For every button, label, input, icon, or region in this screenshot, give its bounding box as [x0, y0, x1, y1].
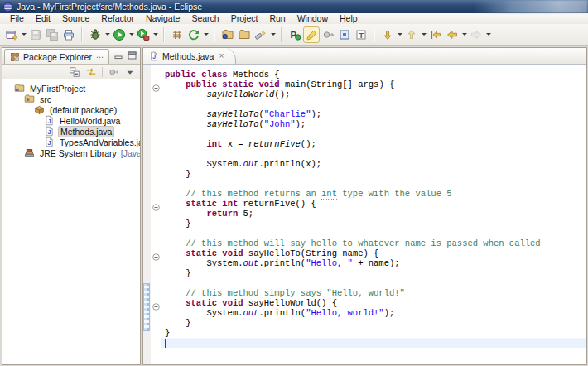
run-button[interactable] — [111, 26, 128, 43]
menu-search[interactable]: Search — [186, 13, 224, 24]
tree-item-default-package[interactable]: (default package) — [2, 104, 140, 115]
menu-navigate[interactable]: Navigate — [140, 13, 186, 24]
code-line — [161, 149, 586, 159]
tree-item-myfirstproject[interactable]: MyFirstProject — [2, 83, 140, 94]
tree-item-label: TypesAndVariables.java — [58, 137, 140, 147]
previous-annotation-dropdown[interactable] — [420, 26, 427, 43]
search-dropdown[interactable] — [269, 26, 277, 43]
collapse-all-button[interactable] — [67, 65, 82, 79]
fold-collapse-marker[interactable] — [152, 80, 160, 88]
next-annotation-button[interactable] — [379, 26, 396, 43]
editor-tab-methods-java[interactable]: J Methods.java × — [143, 48, 236, 64]
open-type-icon — [221, 28, 234, 41]
mark-occurrences-button[interactable] — [303, 26, 320, 43]
code-line: static void sayHelloWorld() { — [161, 298, 586, 308]
new-java-class-dropdown[interactable] — [202, 26, 210, 43]
menu-help[interactable]: Help — [334, 13, 364, 24]
show-selected-element-only-button[interactable]: T — [353, 26, 369, 43]
show-source-of-selected-element-button[interactable] — [336, 26, 353, 43]
tree-item-typesandvariables-java[interactable]: JTypesAndVariables.java — [2, 137, 140, 147]
run-dropdown[interactable] — [128, 26, 135, 43]
search-button[interactable] — [253, 26, 269, 43]
menu-source[interactable]: Source — [56, 13, 95, 24]
link-with-editor-button[interactable] — [84, 65, 99, 79]
focus-on-active-task-button[interactable] — [106, 65, 121, 79]
tree-item-methods-java[interactable]: JMethods.java — [2, 126, 140, 137]
open-type-button[interactable] — [219, 26, 236, 43]
minimize-view-button[interactable] — [113, 51, 124, 60]
new-wizard-button[interactable] — [3, 26, 20, 43]
view-menu-button[interactable] — [123, 65, 137, 79]
package-explorer-tab[interactable]: Package Explorer ⋯ — [4, 49, 109, 64]
package-explorer-title: Package Explorer — [23, 52, 92, 62]
run-icon — [113, 28, 126, 41]
menu-run[interactable]: Run — [263, 13, 291, 24]
menu-refactor[interactable]: Refactor — [95, 13, 140, 24]
run-external-tools-button[interactable] — [135, 26, 152, 43]
build-automatically-icon — [321, 28, 335, 41]
show-source-of-selected-element-icon — [338, 28, 351, 41]
code-line: public static void main(String[] args) { — [161, 79, 586, 89]
toolbar-separator — [81, 27, 83, 42]
folding-ruler[interactable] — [151, 65, 161, 364]
new-java-project-icon — [171, 28, 184, 41]
tree-item-label: MyFirstProject — [28, 84, 87, 94]
run-external-tools-dropdown[interactable] — [152, 26, 159, 43]
tree-item-helloworld-java[interactable]: JHelloWorld.java — [2, 115, 140, 126]
fold-collapse-marker[interactable] — [152, 249, 160, 257]
fold-collapse-marker[interactable] — [152, 299, 160, 306]
save-icon — [29, 28, 42, 41]
package-explorer-toolbar — [2, 65, 140, 79]
new-java-class-button[interactable] — [186, 26, 202, 43]
code-line: // this method will say hello to whateve… — [161, 238, 586, 248]
srcfolder-icon — [24, 94, 36, 104]
code-area[interactable]: public class Methods { public static voi… — [161, 65, 586, 364]
annotation-ruler[interactable] — [143, 65, 151, 364]
save-all-button[interactable] — [44, 26, 60, 43]
menu-file[interactable]: File — [4, 13, 30, 24]
open-resource-button[interactable] — [236, 26, 253, 43]
menu-window[interactable]: Window — [292, 13, 334, 24]
new-java-project-button[interactable] — [169, 26, 186, 43]
last-edit-location-button[interactable] — [427, 26, 444, 43]
menu-edit[interactable]: Edit — [30, 13, 56, 24]
debug-button[interactable] — [87, 26, 104, 43]
menu-project[interactable]: Project — [225, 13, 264, 24]
back-dropdown[interactable] — [460, 26, 468, 43]
print-button[interactable] — [60, 26, 77, 43]
previous-annotation-button[interactable] — [403, 26, 420, 43]
next-annotation-dropdown[interactable] — [396, 26, 403, 43]
back-button[interactable] — [444, 26, 460, 43]
previous-annotation-icon — [405, 28, 418, 41]
search-icon — [254, 28, 267, 41]
external-javadoc-icon: P — [288, 28, 301, 41]
save-button[interactable] — [27, 26, 44, 43]
new-wizard-dropdown[interactable] — [20, 26, 27, 43]
new-wizard-icon — [5, 28, 18, 41]
tree-item-decoration: [JavaSE-1.6] — [121, 148, 140, 158]
build-automatically-button[interactable] — [320, 26, 336, 43]
maximize-view-icon — [128, 51, 137, 60]
close-tab-icon[interactable]: × — [219, 52, 224, 60]
code-line — [161, 229, 586, 238]
show-selected-element-only-icon: T — [354, 28, 368, 41]
code-line: sayHelloTo("John"); — [161, 119, 586, 129]
svg-text:J: J — [152, 54, 156, 60]
code-line: } — [161, 318, 586, 328]
tree-item-src[interactable]: src — [2, 94, 140, 104]
view-window-buttons — [113, 51, 137, 60]
package-explorer-view-icon — [10, 52, 20, 62]
forward-button[interactable] — [468, 26, 484, 43]
code-line — [161, 338, 586, 348]
title-bar[interactable]: Java - MyFirstProject/src/Methods.java -… — [0, 0, 588, 13]
toolbar-separator — [163, 27, 165, 42]
external-javadoc-button[interactable]: P — [287, 26, 303, 43]
tree-item-jre-system-library[interactable]: JRE System Library[JavaSE-1.6] — [2, 147, 140, 158]
debug-dropdown[interactable] — [104, 26, 111, 43]
svg-text:T: T — [359, 30, 364, 39]
maximize-view-button[interactable] — [127, 51, 137, 60]
forward-dropdown[interactable] — [484, 26, 492, 43]
fold-collapse-marker[interactable] — [152, 200, 160, 207]
code-line: System.out.println(x); — [161, 159, 586, 169]
toolbar-group — [378, 26, 494, 43]
